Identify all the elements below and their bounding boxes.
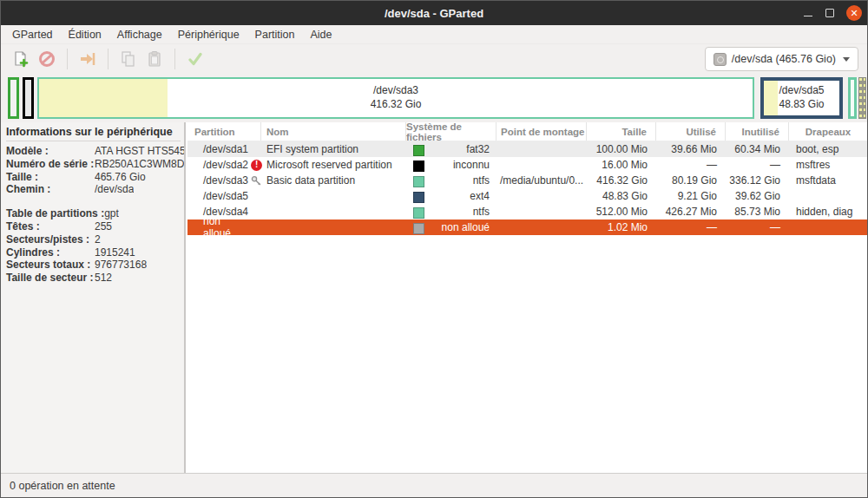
disk-segment-sda5[interactable]: /dev/sda5 48.83 Gio [760, 77, 843, 119]
partition-used: 9.21 Gio [656, 190, 726, 202]
filesystem-color-swatch [413, 145, 424, 156]
col-header-point-montage[interactable]: Point de montage [496, 122, 587, 141]
col-header-taille[interactable]: Taille [587, 122, 656, 141]
partition-size: 100.00 Mio [587, 143, 656, 155]
disk-icon [713, 53, 727, 66]
info-value: gpt [104, 207, 119, 220]
menubar: GParted Édition Affichage Périphérique P… [1, 25, 867, 44]
partition-name: /dev/sda3 [203, 174, 248, 187]
menu-gparted[interactable]: GParted [4, 27, 61, 43]
disk-segment-sda4[interactable] [848, 77, 857, 119]
partition-table: Partition Nom Système de fichiers Point … [187, 122, 867, 473]
col-header-systeme-fichiers[interactable]: Système de fichiers [406, 122, 496, 141]
info-label: Table de partitions : [6, 207, 104, 220]
partition-unused: 60.34 Mio [726, 143, 789, 155]
menu-partition[interactable]: Partition [247, 27, 303, 43]
table-row-sda2[interactable]: /dev/sda2! Microsoft reserved partition … [187, 157, 867, 173]
info-value: 976773168 [95, 259, 147, 272]
chevron-down-icon [843, 57, 850, 62]
info-row-serie: Numéro de série : RB250A1C3WM8DJ [6, 158, 184, 171]
partition-unused: 39.62 Gio [726, 190, 789, 202]
apply-button[interactable] [182, 47, 208, 71]
table-row-sda4[interactable]: /dev/sda4 ntfs 512.00 Mio 426.27 Mio 85.… [187, 204, 867, 220]
info-label: Numéro de série : [6, 158, 95, 171]
info-value: 2 [95, 233, 101, 246]
titlebar: /dev/sda - GParted ✕ [1, 1, 867, 25]
partition-size: 512.00 Mio [587, 206, 656, 218]
statusbar: 0 opération en attente [1, 473, 867, 497]
disk-segment-sda1[interactable] [8, 77, 19, 119]
copy-icon [120, 50, 137, 68]
window-controls: ✕ [803, 1, 862, 25]
col-header-nom[interactable]: Nom [261, 122, 406, 141]
segment-name: /dev/sda3 [373, 84, 418, 98]
toolbar-separator [174, 49, 175, 69]
disk-segment-sda3[interactable]: /dev/sda3 416.32 Gio [37, 77, 754, 119]
segment-size: 48.83 Gio [779, 98, 824, 112]
info-label: Modèle : [6, 145, 95, 158]
partition-used: — [656, 221, 726, 233]
disk-segment-unallocated[interactable] [858, 77, 866, 119]
filesystem-color-swatch [413, 207, 424, 219]
info-group-spacer [6, 196, 184, 207]
filesystem-color-swatch [413, 223, 424, 234]
partition-unused: — [726, 159, 789, 171]
partition-label: Microsoft reserved partition [261, 159, 406, 171]
minimize-button[interactable] [803, 8, 813, 18]
paste-icon [146, 50, 163, 68]
partition-flags: hidden, diag [789, 206, 867, 218]
paste-button[interactable] [141, 47, 168, 71]
delete-partition-button[interactable] [34, 47, 60, 71]
menu-aide[interactable]: Aide [302, 27, 339, 43]
info-label: Têtes : [6, 220, 95, 233]
maximize-button[interactable] [825, 9, 834, 17]
info-row-modele: Modèle : ATA HGST HTS54505 [6, 145, 184, 158]
delete-partition-icon [38, 50, 56, 68]
col-header-utilise[interactable]: Utilisé [656, 122, 726, 141]
close-button[interactable]: ✕ [846, 5, 862, 21]
info-value: 1915241 [95, 246, 135, 259]
info-row-chemin: Chemin : /dev/sda [6, 183, 184, 196]
info-label: Chemin : [6, 183, 95, 196]
info-row-cylindres: Cylindres : 1915241 [6, 246, 184, 259]
disk-segment-sda2[interactable] [23, 77, 34, 119]
table-row-unallocated[interactable]: non alloué non alloué 1.02 Mio — — [187, 220, 867, 235]
table-row-sda1[interactable]: /dev/sda1 EFI system partition fat32 100… [187, 141, 867, 157]
col-header-inutilise[interactable]: Inutilisé [726, 122, 789, 141]
new-partition-button[interactable] [8, 47, 34, 71]
resize-move-button[interactable] [75, 47, 101, 71]
menu-affichage[interactable]: Affichage [109, 27, 170, 43]
disk-segment-sda5-label: /dev/sda5 48.83 Gio [764, 81, 839, 115]
new-partition-icon [12, 50, 30, 68]
table-row-sda3[interactable]: /dev/sda3 Basic data partition ntfs /med… [187, 173, 867, 188]
info-row-table-partitions: Table de partitions : gpt [6, 207, 184, 220]
info-label: Secteurs/pistes : [6, 233, 95, 246]
menu-edition[interactable]: Édition [61, 27, 109, 43]
col-header-partition[interactable]: Partition [187, 122, 261, 141]
info-value: 465.76 Gio [95, 171, 146, 184]
window-title: /dev/sda - GParted [385, 7, 483, 20]
partition-label: EFI system partition [261, 143, 406, 155]
partition-unused: — [726, 221, 789, 233]
col-header-drapeaux[interactable]: Drapeaux [789, 122, 867, 141]
info-value: RB250A1C3WM8DJ [95, 158, 184, 171]
filesystem-color-swatch [413, 161, 424, 172]
toolbar-separator [67, 49, 68, 69]
device-selector[interactable]: /dev/sda (465.76 Gio) [705, 47, 858, 71]
partition-flags: msftdata [789, 174, 867, 187]
info-row-taille: Taille : 465.76 Gio [6, 171, 184, 184]
menu-peripherique[interactable]: Périphérique [170, 27, 247, 43]
pending-operations-text: 0 opération en attente [10, 480, 115, 492]
device-selector-label: /dev/sda (465.76 Gio) [732, 53, 836, 65]
table-row-sda5[interactable]: /dev/sda5 ext4 48.83 Gio 9.21 Gio 39.62 … [187, 188, 867, 204]
table-header: Partition Nom Système de fichiers Point … [187, 122, 867, 141]
resize-move-icon [79, 50, 96, 68]
info-label: Secteurs totaux : [6, 259, 95, 272]
info-label: Cylindres : [6, 246, 95, 259]
main-content: Informations sur le périphérique Modèle … [1, 122, 867, 473]
partition-flags: msftres [789, 159, 867, 171]
copy-button[interactable] [115, 47, 141, 71]
gparted-window: /dev/sda - GParted ✕ GParted Édition Aff… [0, 0, 868, 498]
partition-size: 416.32 Gio [587, 174, 656, 187]
partition-used: 80.19 Gio [656, 174, 726, 187]
